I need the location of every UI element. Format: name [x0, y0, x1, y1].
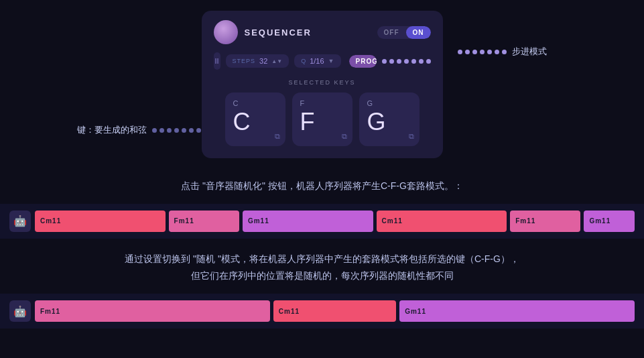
dot-5	[182, 128, 186, 133]
robot-icon-1: 🤖	[9, 211, 31, 232]
mode-dot-6	[419, 59, 424, 64]
bar-gm11-2: Gm11	[584, 211, 635, 232]
bar-fm11-1: Fm11	[169, 211, 239, 232]
toggle-off[interactable]: OFF	[377, 26, 406, 39]
mode-dot-7	[426, 59, 431, 64]
toggle-on[interactable]: ON	[406, 26, 431, 39]
q-label: Q	[301, 58, 306, 64]
seq-title: SEQUENCER	[245, 27, 312, 38]
seq-avatar	[214, 20, 238, 44]
toggle-switch[interactable]: OFF ON	[377, 26, 431, 39]
dot-2	[159, 128, 164, 133]
bar-fm11-3: Fm11	[35, 300, 270, 322]
mode-dot-3	[397, 59, 401, 64]
bars-container-2: Fm11 Cm11 Gm11	[35, 300, 635, 322]
mode-dot-5	[411, 59, 416, 64]
copy-icon-c[interactable]: ⧉	[275, 132, 280, 141]
key-card-g[interactable]: G G ⧉	[359, 93, 420, 146]
mode-dot-2	[389, 59, 394, 64]
step-mode-indicator	[382, 59, 431, 64]
r-dot-6	[495, 50, 499, 54]
bar-gm11-1: Gm11	[243, 211, 373, 232]
r-dot-1	[458, 50, 462, 54]
seq-row-2-inner: 🤖 Fm11 Cm11 Gm11	[0, 300, 644, 322]
key-card-c[interactable]: C C ⧉	[225, 93, 285, 146]
r-dot-3	[472, 50, 477, 54]
dot-3	[167, 128, 172, 133]
dot-6	[189, 128, 194, 133]
key-small-c: C	[233, 99, 239, 107]
sequencer-panel: SEQUENCER OFF ON II STEPS 32 ▲▼ Q 1/16 ▼…	[202, 11, 443, 158]
mode-dot-1	[382, 59, 387, 64]
copy-icon-f[interactable]: ⧉	[342, 132, 347, 141]
bar-fm11-2: Fm11	[510, 211, 580, 232]
right-dots	[458, 50, 507, 54]
bar-cm11-3: Cm11	[273, 300, 396, 322]
mode-dots	[382, 59, 431, 64]
key-small-g: G	[367, 99, 373, 107]
q-arrow[interactable]: ▼	[328, 58, 334, 64]
steps-control[interactable]: STEPS 32 ▲▼	[226, 54, 289, 68]
keys-label: 键：要生成的和弦	[77, 124, 147, 136]
r-dot-5	[487, 50, 492, 54]
dot-1	[152, 128, 157, 133]
seq-header: SEQUENCER OFF ON	[214, 20, 431, 44]
steps-arrows[interactable]: ▲▼	[271, 58, 282, 64]
bars-container-1: Cm11 Fm11 Gm11 Cm11 Fm11 Gm11	[35, 211, 635, 232]
prog-button[interactable]: PROG	[349, 55, 377, 68]
step-mode-label: 步进模式	[512, 46, 547, 58]
prog-rand-toggle[interactable]: PROG RAND	[349, 55, 377, 68]
r-dot-7	[502, 50, 507, 54]
key-large-f: F	[300, 110, 315, 134]
right-annotation: 步进模式	[458, 46, 547, 58]
pause-button[interactable]: II	[214, 52, 220, 70]
top-section: 键：要生成的和弦 SEQUENCER OFF ON II STEPS	[0, 0, 644, 165]
q-value: 1/16	[310, 57, 324, 65]
steps-label: STEPS	[233, 58, 256, 64]
seq-row-1: 🤖 Cm11 Fm11 Gm11 Cm11 Fm11 Gm11	[0, 204, 644, 239]
bar-cm11-2: Cm11	[377, 211, 507, 232]
selected-keys-label: SELECTED KEYS	[214, 79, 431, 86]
robot-icon-2: 🤖	[9, 300, 31, 322]
dot-7	[196, 128, 201, 133]
r-dot-4	[480, 50, 485, 54]
annotation-dots	[152, 128, 201, 133]
dot-4	[174, 128, 179, 133]
seq-controls: II STEPS 32 ▲▼ Q 1/16 ▼ PROG RAND	[214, 52, 431, 70]
description-1: 点击 "音序器随机化" 按钮，机器人序列器将产生C-F-G套路模式。：	[0, 165, 644, 204]
bar-gm11-3: Gm11	[399, 300, 635, 322]
keys-row: C C ⧉ F F ⧉ G G ⧉	[214, 93, 431, 146]
key-card-f[interactable]: F F ⧉	[292, 93, 352, 146]
bar-cm11-1: Cm11	[35, 211, 166, 232]
steps-value: 32	[259, 57, 267, 65]
description-2: 通过设置切换到 "随机 "模式，将在机器人序列器中产生的套路模式将包括所选的键（…	[0, 239, 644, 294]
seq-row-1-inner: 🤖 Cm11 Fm11 Gm11 Cm11 Fm11 Gm11	[0, 211, 644, 232]
left-annotation: 键：要生成的和弦	[77, 124, 201, 136]
q-control[interactable]: Q 1/16 ▼	[294, 54, 340, 68]
copy-icon-g[interactable]: ⧉	[409, 132, 414, 141]
desc2-line2: 但它们在序列中的位置将是随机的，每次序列器的随机性都不同	[54, 267, 590, 284]
key-large-c: C	[233, 110, 251, 134]
key-small-f: F	[300, 99, 305, 107]
key-large-g: G	[367, 110, 386, 134]
r-dot-2	[465, 50, 470, 54]
desc2-line1: 通过设置切换到 "随机 "模式，将在机器人序列器中产生的套路模式将包括所选的键（…	[54, 251, 590, 267]
seq-row-2: 🤖 Fm11 Cm11 Gm11	[0, 294, 644, 329]
mode-dot-4	[404, 59, 409, 64]
desc1-text: 点击 "音序器随机化" 按钮，机器人序列器将产生C-F-G套路模式。：	[181, 180, 463, 191]
